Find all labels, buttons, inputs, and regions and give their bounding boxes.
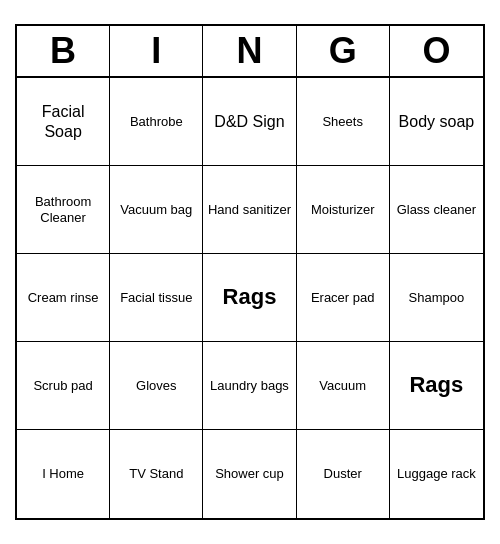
header-letter: B [17, 26, 110, 76]
bingo-cell: Rags [203, 254, 296, 342]
bingo-cell: I Home [17, 430, 110, 518]
bingo-cell: Facial tissue [110, 254, 203, 342]
bingo-cell: Shower cup [203, 430, 296, 518]
bingo-cell: Facial Soap [17, 78, 110, 166]
bingo-cell: Duster [297, 430, 390, 518]
bingo-grid: Facial SoapBathrobeD&D SignSheetsBody so… [17, 78, 483, 518]
bingo-cell: Bathroom Cleaner [17, 166, 110, 254]
header-letter: I [110, 26, 203, 76]
bingo-cell: Shampoo [390, 254, 483, 342]
bingo-cell: TV Stand [110, 430, 203, 518]
bingo-cell: Moisturizer [297, 166, 390, 254]
bingo-cell: Rags [390, 342, 483, 430]
bingo-cell: Vacuum bag [110, 166, 203, 254]
bingo-cell: Gloves [110, 342, 203, 430]
bingo-cell: Eracer pad [297, 254, 390, 342]
bingo-cell: Sheets [297, 78, 390, 166]
bingo-cell: D&D Sign [203, 78, 296, 166]
bingo-cell: Glass cleaner [390, 166, 483, 254]
header-letter: G [297, 26, 390, 76]
bingo-card: BINGO Facial SoapBathrobeD&D SignSheetsB… [15, 24, 485, 520]
bingo-cell: Body soap [390, 78, 483, 166]
bingo-cell: Luggage rack [390, 430, 483, 518]
header-letter: N [203, 26, 296, 76]
header-letter: O [390, 26, 483, 76]
bingo-cell: Hand sanitizer [203, 166, 296, 254]
bingo-header: BINGO [17, 26, 483, 78]
bingo-cell: Scrub pad [17, 342, 110, 430]
bingo-cell: Laundry bags [203, 342, 296, 430]
bingo-cell: Bathrobe [110, 78, 203, 166]
bingo-cell: Cream rinse [17, 254, 110, 342]
bingo-cell: Vacuum [297, 342, 390, 430]
